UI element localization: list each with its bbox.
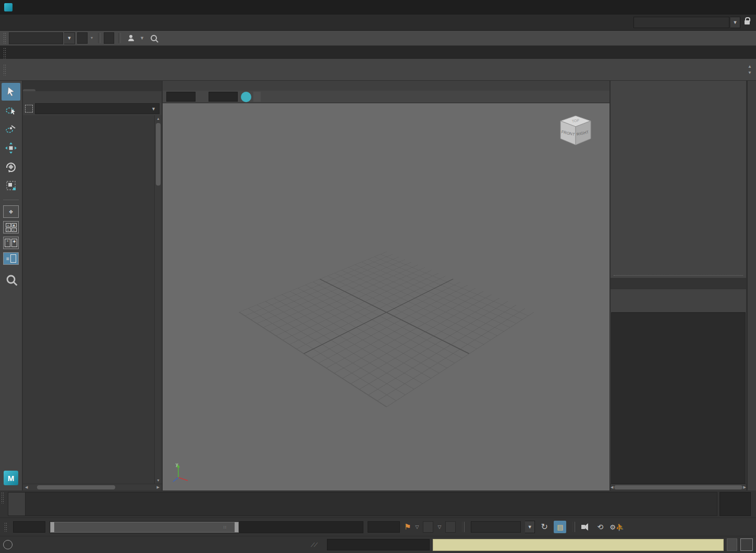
svg-text:y: y	[176, 462, 178, 467]
toolbox: ❖ +◆++ +◆ ≣ M	[0, 81, 22, 490]
command-line-grip[interactable]: ⟋⟋	[311, 542, 316, 548]
shelf-tab-bar	[0, 46, 756, 59]
axis-gizmo: y	[171, 461, 194, 485]
anim-layer-dropdown-icon[interactable]: ▽	[437, 524, 441, 530]
contrast-icon[interactable]	[197, 92, 207, 102]
scroll-down-icon[interactable]: ▼	[156, 477, 160, 484]
animation-end-field[interactable]	[368, 521, 400, 533]
current-frame-field[interactable]	[720, 492, 751, 516]
scroll-left-icon[interactable]: ◀	[23, 485, 30, 489]
animation-start-field[interactable]	[13, 521, 45, 533]
channel-box-panel: ◀ ▶	[611, 81, 746, 490]
rotate-tool[interactable]	[2, 158, 20, 176]
workspace-lock-icon[interactable]	[745, 20, 750, 24]
color-management-toggle[interactable]	[241, 92, 251, 102]
current-time-marker[interactable]	[8, 493, 26, 515]
single-pane-layout[interactable]: ❖	[3, 205, 19, 218]
range-slider-row: ⁞⁞ ⚑ ▽ ▽ ▼ ↻ ▤ ⟲ ⚙⛹	[0, 518, 756, 536]
range-end-handle[interactable]	[235, 522, 238, 532]
layer-editor-tabs	[611, 278, 746, 289]
viewport-panel: TOP FRONT RIGHT y	[163, 81, 609, 490]
outliner-vertical-scrollbar[interactable]: ▲ ▼	[154, 115, 162, 484]
scroll-left-icon[interactable]: ◀	[611, 484, 613, 491]
time-slider-grip[interactable]	[1, 492, 5, 503]
more-info-button[interactable]	[727, 538, 737, 551]
scroll-right-icon[interactable]: ▶	[743, 484, 746, 491]
shelf-icons-grip[interactable]	[3, 64, 7, 76]
maya-home-badge[interactable]: M	[4, 471, 18, 485]
outliner-horizontal-scrollbar[interactable]: ◀ ▶	[23, 484, 162, 490]
playback-loop-icon[interactable]: ↻	[539, 522, 550, 532]
playblast-button[interactable]: ▤	[554, 521, 566, 533]
shelf-scroll-up-icon[interactable]: ▲	[748, 64, 752, 69]
workspace-select[interactable]	[633, 17, 729, 28]
fps-select[interactable]	[471, 521, 521, 533]
script-editor-icon[interactable]	[740, 538, 753, 551]
shelf-scroll-down-icon[interactable]: ▼	[748, 70, 752, 75]
anim-layer-field[interactable]	[445, 521, 456, 533]
scrollbar-thumb[interactable]	[37, 485, 115, 489]
viewport-menu	[163, 81, 609, 91]
animation-preferences-icon[interactable]: ⚙⛹	[609, 523, 624, 531]
paint-select-tool[interactable]	[2, 120, 20, 138]
help-icon[interactable]	[3, 540, 13, 549]
title-bar	[0, 0, 756, 15]
warning-message[interactable]	[433, 539, 724, 551]
symmetry-field[interactable]	[104, 32, 114, 44]
layer-list[interactable]	[611, 312, 746, 484]
move-tool[interactable]	[2, 139, 20, 157]
viewport-canvas[interactable]: TOP FRONT RIGHT y	[163, 103, 609, 490]
character-set-field[interactable]	[423, 521, 433, 533]
ground-grid	[238, 252, 534, 407]
menu-set-select[interactable]	[9, 32, 63, 44]
character-set-dropdown-icon[interactable]: ▽	[415, 524, 419, 530]
scrollbar-thumb[interactable]	[156, 123, 161, 186]
view-cube[interactable]: TOP FRONT RIGHT	[556, 113, 595, 155]
workspace-dropdown-arrow[interactable]: ▼	[730, 17, 740, 28]
shelf-grip[interactable]	[3, 47, 7, 59]
viewport-toolbar	[163, 91, 609, 103]
sign-in-button[interactable]: ▼	[124, 32, 148, 44]
select-tool[interactable]	[2, 83, 20, 101]
outliner-persp-layout[interactable]: ≣	[3, 252, 19, 265]
range-bar-grip[interactable]: ⁞⁞	[224, 525, 227, 530]
outliner-search-input[interactable]	[39, 105, 149, 113]
sync-icon[interactable]: ⟲	[595, 522, 605, 532]
status-line: ▼ ▾ ▼	[0, 31, 756, 46]
fps-dropdown-arrow[interactable]: ▼	[525, 521, 535, 533]
command-input[interactable]	[327, 539, 430, 550]
shelf-scroll-arrows[interactable]: ▲ ▼	[748, 64, 754, 75]
range-start-handle[interactable]	[51, 522, 54, 532]
exposure-field[interactable]	[166, 92, 196, 102]
four-pane-layout[interactable]: +◆++	[3, 221, 19, 234]
live-surface-dropdown-arrow[interactable]: ▾	[89, 33, 95, 43]
scroll-right-icon[interactable]: ▶	[155, 485, 162, 489]
bookmark-icon[interactable]: ⚑	[404, 522, 411, 532]
menu-set-dropdown-arrow[interactable]: ▼	[64, 32, 75, 44]
menu-bar: ▼	[0, 15, 756, 31]
outliner-search-dropdown-icon[interactable]: ▼	[151, 106, 156, 112]
range-grip[interactable]	[4, 522, 8, 532]
playback-range-bar[interactable]: ⁞⁞	[50, 522, 239, 533]
time-ruler[interactable]	[8, 492, 717, 516]
layer-horizontal-scrollbar[interactable]: ◀ ▶	[611, 484, 746, 490]
contrast-field[interactable]	[209, 92, 238, 102]
scale-tool[interactable]	[2, 177, 20, 194]
zoom-tool-icon[interactable]	[4, 272, 18, 287]
view-transform-label[interactable]	[253, 92, 261, 102]
live-surface-field[interactable]	[77, 32, 88, 44]
lasso-select-tool[interactable]	[2, 102, 20, 119]
search-icon[interactable]	[149, 33, 159, 43]
scroll-up-icon[interactable]: ▲	[156, 115, 160, 122]
range-slider-track[interactable]: ⁞⁞	[50, 521, 363, 533]
outliner-panel: ▼ ▲ ▼ ◀ ▶	[23, 81, 162, 490]
panel-splitter[interactable]	[614, 275, 743, 276]
dock-grip[interactable]	[3, 32, 7, 44]
scrollbar-thumb[interactable]	[614, 485, 742, 489]
outliner-menu	[23, 91, 162, 102]
playback-controls	[753, 492, 755, 516]
outliner-filter-icon[interactable]	[25, 105, 33, 113]
mute-audio-icon[interactable]	[581, 523, 591, 531]
toolbox-separator	[3, 200, 19, 200]
two-pane-layout[interactable]: +◆	[3, 237, 19, 249]
